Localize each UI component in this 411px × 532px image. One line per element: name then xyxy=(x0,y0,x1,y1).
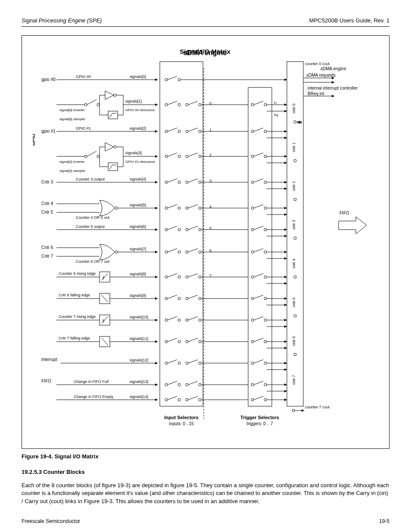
row-0: gpio #0 GPIO #0 signals[0] xyxy=(41,75,287,82)
svg-point-197 xyxy=(199,276,201,278)
section-heading: 19.2.5.3 Counter Blocks xyxy=(22,468,389,476)
svg-text:BReq int: BReq int xyxy=(308,91,324,96)
svg-text:signals[6]: signals[6] xyxy=(130,224,146,229)
svg-text:signals[14]: signals[14] xyxy=(130,395,148,399)
svg-line-161 xyxy=(254,226,263,230)
svg-text:counter 7 cout: counter 7 cout xyxy=(305,405,330,409)
svg-text:Counter 3 output: Counter 3 output xyxy=(76,177,105,181)
row-10: f Counter 7 rising edge signals[10] xyxy=(56,314,287,327)
svg-point-28 xyxy=(178,78,181,81)
svg-point-269 xyxy=(251,362,254,364)
svg-rect-1 xyxy=(160,62,203,406)
svg-text:Counter 7 rising edge: Counter 7 rising edge xyxy=(59,314,96,319)
svg-text:1: 1 xyxy=(209,128,212,132)
svg-text:GPIO #1 debounce: GPIO #1 debounce xyxy=(125,160,155,164)
svg-text:signals[4]: signals[4] xyxy=(130,177,146,181)
svg-text:signals[11]: signals[11] xyxy=(130,336,148,341)
svg-point-217 xyxy=(251,297,254,300)
svg-line-251 xyxy=(188,338,198,342)
svg-text:internal interrupt controller: internal interrupt controller xyxy=(308,86,358,90)
svg-text:sDMA engine: sDMA engine xyxy=(321,66,346,71)
svg-point-33 xyxy=(97,103,100,106)
svg-point-267 xyxy=(199,362,201,364)
svg-point-175 xyxy=(178,251,181,253)
svg-point-287 xyxy=(264,383,267,386)
svg-text:Cntr 6: Cntr 6 xyxy=(41,245,53,250)
svg-text:Cntr 6 falling edge: Cntr 6 falling edge xyxy=(59,293,90,297)
svg-text:cntr 5: cntr 5 xyxy=(292,297,296,307)
svg-point-199 xyxy=(251,276,254,278)
svg-point-250 xyxy=(186,340,188,343)
svg-text:GPIO #1: GPIO #1 xyxy=(76,126,91,131)
svg-line-248 xyxy=(168,338,177,342)
svg-text:Change in FIFO Empty: Change in FIFO Empty xyxy=(74,395,114,399)
svg-text:interrupt: interrupt xyxy=(41,357,57,362)
svg-point-302 xyxy=(264,398,267,401)
svg-text:Cntr 3: Cntr 3 xyxy=(41,180,53,184)
svg-text:signals[7]: signals[7] xyxy=(130,247,146,251)
svg-line-214 xyxy=(188,295,198,299)
svg-point-210 xyxy=(165,297,168,300)
svg-text:signals[12]: signals[12] xyxy=(130,358,148,362)
svg-point-254 xyxy=(251,340,254,343)
svg-point-194 xyxy=(178,276,181,278)
svg-text:Cntr 4: Cntr 4 xyxy=(41,201,53,206)
svg-point-234 xyxy=(199,319,201,321)
svg-point-51 xyxy=(165,103,168,106)
svg-line-32 xyxy=(87,100,97,105)
svg-text:signal[0] sampler: signal[0] sampler xyxy=(59,117,86,121)
svg-line-103 xyxy=(168,153,177,156)
row-8: f Counter 6 rising edge signals[8] xyxy=(56,271,287,283)
svg-line-73 xyxy=(188,128,198,131)
svg-point-201 xyxy=(264,276,267,278)
svg-point-271 xyxy=(264,362,267,364)
svg-line-282 xyxy=(188,381,198,385)
svg-point-231 xyxy=(178,319,181,321)
svg-point-26 xyxy=(165,78,168,81)
svg-point-121 xyxy=(186,181,188,184)
svg-line-177 xyxy=(188,249,198,252)
svg-point-317 xyxy=(294,276,296,278)
svg-point-160 xyxy=(251,228,254,231)
svg-point-298 xyxy=(199,398,201,401)
svg-point-249 xyxy=(178,340,181,343)
svg-text:Signal I/O Matrix: Signal I/O Matrix xyxy=(180,48,230,55)
svg-line-279 xyxy=(168,381,177,385)
svg-line-211 xyxy=(168,295,177,299)
svg-text:cntr 1: cntr 1 xyxy=(292,142,296,152)
svg-point-278 xyxy=(165,383,168,386)
row-1: signal[0] inverter signal[0] sampler sig… xyxy=(56,91,287,121)
row-4: Cntr 3 Counter 3 output signals[4] xyxy=(41,177,287,189)
svg-point-53 xyxy=(178,103,181,106)
svg-point-219 xyxy=(264,297,267,300)
svg-line-154 xyxy=(168,226,177,230)
svg-text:trg: trg xyxy=(274,113,278,117)
svg-point-178 xyxy=(199,251,201,253)
svg-text:signals[5]: signals[5] xyxy=(130,203,146,207)
svg-line-142 xyxy=(188,205,198,208)
svg-line-196 xyxy=(188,274,198,277)
svg-text:inputs: 0 ..15: inputs: 0 ..15 xyxy=(169,421,194,426)
row-13: FIFO Change in FIFO Full signals[13] xyxy=(41,379,287,391)
svg-point-111 xyxy=(264,155,267,158)
svg-line-266 xyxy=(188,360,198,363)
svg-line-52 xyxy=(168,101,177,105)
svg-point-192 xyxy=(165,276,168,278)
svg-point-78 xyxy=(264,130,267,133)
svg-line-200 xyxy=(254,274,263,277)
svg-point-141 xyxy=(186,207,188,209)
svg-text:cntr 4: cntr 4 xyxy=(292,258,296,268)
svg-point-162 xyxy=(264,228,267,231)
svg-text:Cntr 5: Cntr 5 xyxy=(41,210,53,215)
svg-point-120 xyxy=(178,181,181,184)
svg-line-233 xyxy=(188,317,198,320)
svg-text:Counter 4 OR 5 out: Counter 4 OR 5 out xyxy=(76,215,110,220)
svg-text:cntr 7: cntr 7 xyxy=(292,375,296,385)
svg-point-105 xyxy=(186,155,188,158)
svg-line-243 xyxy=(102,338,108,345)
svg-line-40 xyxy=(109,113,112,118)
svg-line-297 xyxy=(188,396,198,400)
svg-text:signal[2] inverter: signal[2] inverter xyxy=(59,160,85,164)
svg-point-74 xyxy=(199,130,201,133)
svg-point-118 xyxy=(165,181,168,184)
